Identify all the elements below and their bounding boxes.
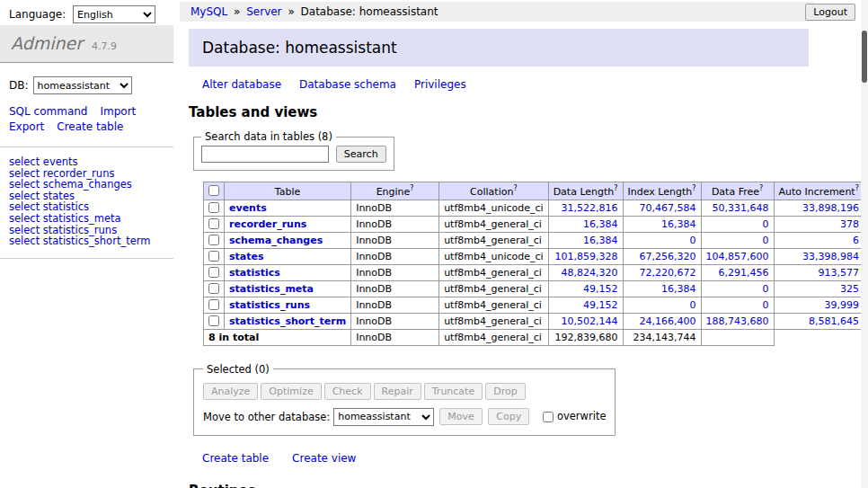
- column-header[interactable]: Data Free?: [701, 182, 774, 200]
- data-length-link[interactable]: 48,824,320: [562, 267, 618, 279]
- column-hint[interactable]: ?: [410, 184, 413, 192]
- index-length-link[interactable]: 67,256,320: [640, 251, 696, 262]
- db-nav-link[interactable]: Alter database: [202, 78, 281, 91]
- row-checkbox[interactable]: [208, 251, 219, 262]
- db-nav-link[interactable]: Privileges: [414, 78, 466, 91]
- scrollbar-thumb[interactable]: [862, 31, 867, 83]
- auto-increment-link[interactable]: 8,581,645: [809, 315, 859, 327]
- language-bar: Language: English: [9, 5, 155, 23]
- column-header[interactable]: Table: [225, 182, 351, 200]
- data-length-link[interactable]: 49,152: [583, 299, 618, 311]
- table-name-link[interactable]: statistics: [229, 267, 280, 279]
- db-select[interactable]: homeassistant: [33, 76, 132, 94]
- move-button[interactable]: Move: [439, 408, 483, 425]
- table-name-link[interactable]: statistics_short_term: [229, 315, 346, 327]
- column-header[interactable]: Index Length?: [623, 182, 701, 200]
- scrollbar[interactable]: [861, 0, 868, 488]
- sidebar-action-link[interactable]: SQL command: [9, 105, 87, 119]
- column-header[interactable]: Collation?: [439, 182, 548, 200]
- auto-increment-link[interactable]: 39,999: [824, 299, 859, 311]
- column-hint[interactable]: ?: [692, 184, 695, 192]
- search-fieldset: Search data in tables (8) Search: [193, 130, 394, 171]
- sidebar-table-link[interactable]: select schema_changes: [9, 179, 164, 191]
- row-checkbox[interactable]: [208, 299, 219, 310]
- data-free-link[interactable]: 6,291,456: [719, 267, 769, 279]
- bulk-action-button[interactable]: Analyze: [203, 383, 258, 400]
- data-length-link[interactable]: 31,522,816: [562, 202, 618, 214]
- sidebar-table-link[interactable]: select events: [9, 156, 164, 168]
- column-hint[interactable]: ?: [614, 184, 617, 192]
- table-name-link[interactable]: statistics_runs: [229, 299, 310, 311]
- sidebar-action-link[interactable]: Export: [9, 120, 44, 134]
- index-length-link[interactable]: 70,467,584: [640, 202, 696, 214]
- table-name-link[interactable]: recorder_runs: [229, 218, 306, 230]
- bulk-action-button[interactable]: Optimize: [261, 383, 321, 400]
- column-header[interactable]: Auto Increment?: [774, 182, 864, 200]
- data-length-link[interactable]: 16,384: [583, 218, 618, 230]
- logout-button[interactable]: Logout: [805, 4, 855, 21]
- auto-increment-link[interactable]: 913,577: [818, 267, 859, 279]
- index-length-link[interactable]: 16,384: [661, 283, 696, 295]
- row-checkbox[interactable]: [208, 283, 219, 294]
- data-length-link[interactable]: 101,859,328: [555, 251, 618, 262]
- column-hint[interactable]: ?: [759, 184, 763, 192]
- app-name[interactable]: Adminer: [11, 33, 83, 53]
- sidebar-action-link[interactable]: Create table: [57, 120, 123, 134]
- language-select[interactable]: English: [73, 5, 155, 23]
- index-length-link[interactable]: 0: [690, 235, 696, 246]
- index-length-link[interactable]: 24,166,400: [640, 315, 696, 327]
- auto-increment-link[interactable]: 378: [840, 218, 859, 230]
- index-length-link[interactable]: 72,220,672: [640, 267, 696, 279]
- column-hint[interactable]: ?: [855, 184, 859, 192]
- data-free-link[interactable]: 188,743,680: [706, 315, 769, 327]
- search-input[interactable]: [201, 146, 329, 163]
- index-length-link[interactable]: 16,384: [661, 218, 696, 230]
- table-name-link[interactable]: events: [229, 202, 267, 214]
- index-length-link[interactable]: 0: [690, 299, 696, 311]
- auto-increment-link[interactable]: 325: [840, 283, 859, 295]
- column-header[interactable]: Data Length?: [548, 182, 623, 200]
- data-free-link[interactable]: 104,857,600: [706, 251, 769, 262]
- move-db-select[interactable]: homeassistant: [333, 408, 434, 426]
- db-nav-link[interactable]: Database schema: [299, 78, 396, 91]
- data-length-link[interactable]: 49,152: [583, 283, 618, 295]
- data-free-link[interactable]: 0: [763, 235, 769, 246]
- table-name-link[interactable]: states: [229, 251, 264, 262]
- auto-increment-link[interactable]: 6: [853, 235, 859, 246]
- row-checkbox[interactable]: [208, 235, 219, 245]
- bulk-action-button[interactable]: Check: [324, 383, 371, 400]
- row-checkbox[interactable]: [208, 202, 219, 213]
- create-link[interactable]: Create table: [202, 452, 269, 465]
- overwrite-checkbox[interactable]: [543, 412, 554, 422]
- auto-increment-link[interactable]: 33,398,984: [802, 251, 859, 262]
- engine-cell: InnoDB: [351, 297, 439, 313]
- row-checkbox[interactable]: [208, 267, 219, 278]
- data-length-link[interactable]: 16,384: [583, 235, 618, 246]
- breadcrumb-link-server[interactable]: Server: [246, 5, 281, 18]
- data-free-link[interactable]: 0: [763, 299, 769, 311]
- bulk-action-button[interactable]: Repair: [374, 383, 421, 400]
- table-name-link[interactable]: statistics_meta: [229, 283, 314, 295]
- copy-button[interactable]: Copy: [488, 408, 529, 425]
- select-all-checkbox[interactable]: [208, 185, 219, 196]
- sidebar-action-link[interactable]: Import: [100, 105, 136, 119]
- row-checkbox[interactable]: [208, 218, 219, 229]
- totals-engine: InnoDB: [351, 329, 439, 345]
- table-name-link[interactable]: schema_changes: [229, 235, 323, 246]
- create-link[interactable]: Create view: [292, 452, 356, 465]
- sidebar-table-link[interactable]: select statistics_meta: [9, 213, 164, 225]
- breadcrumb-link-mysql[interactable]: MySQL: [190, 5, 227, 18]
- data-free-link[interactable]: 50,331,648: [713, 202, 769, 214]
- data-length-link[interactable]: 10,502,144: [562, 315, 618, 327]
- sidebar-table-link[interactable]: select statistics_short_term: [9, 235, 164, 247]
- totals-data-free: [701, 329, 774, 345]
- column-hint[interactable]: ?: [513, 184, 517, 192]
- auto-increment-link[interactable]: 33,898,196: [802, 202, 859, 214]
- bulk-action-button[interactable]: Truncate: [424, 383, 483, 400]
- column-header[interactable]: Engine?: [351, 182, 439, 200]
- bulk-action-button[interactable]: Drop: [485, 383, 525, 400]
- data-free-link[interactable]: 0: [763, 283, 769, 295]
- search-button[interactable]: Search: [336, 146, 386, 163]
- data-free-link[interactable]: 0: [763, 218, 769, 230]
- row-checkbox[interactable]: [208, 315, 219, 326]
